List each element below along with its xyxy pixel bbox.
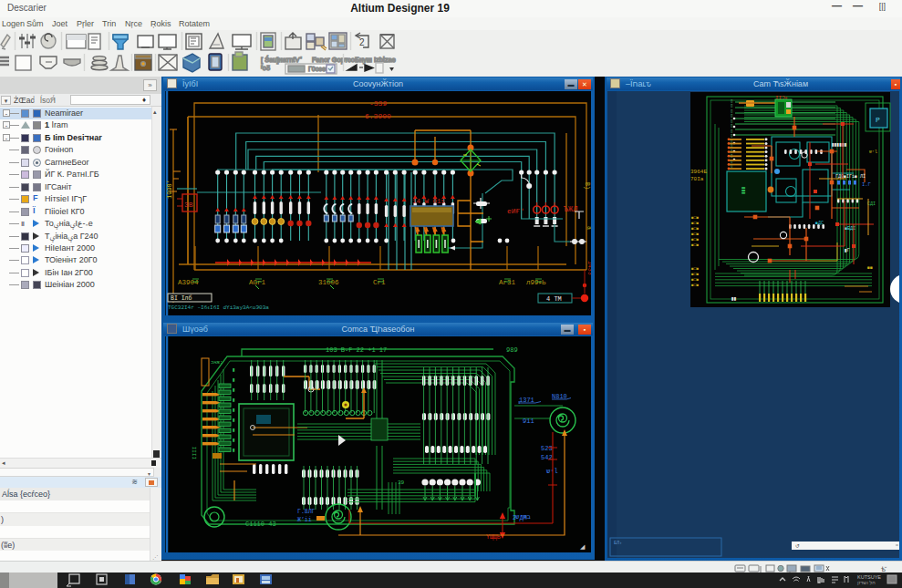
svg-text:■□■: ■□■ bbox=[691, 232, 699, 236]
svg-text:AGг1: AGг1 bbox=[249, 279, 266, 286]
svg-text:▯: ▯ bbox=[731, 133, 732, 138]
svg-text:1433: 1433 bbox=[586, 261, 591, 275]
svg-text:2 ДМ: 2 ДМ bbox=[513, 515, 527, 521]
svg-text:Ж׳іі: Ж׳іі bbox=[297, 516, 312, 523]
svg-text:▯: ▯ bbox=[731, 103, 732, 108]
svg-text:ישӏ: ישӏ bbox=[869, 150, 877, 155]
svg-text:▮: ▮ bbox=[233, 448, 235, 453]
svg-text:Г.8ЛГ: Г.8ЛГ bbox=[297, 509, 316, 515]
svg-text:▮: ▮ bbox=[233, 407, 235, 413]
svg-text:▮: ▮ bbox=[233, 418, 235, 423]
svg-text:ЪЖЛ: ЪЖЛ bbox=[564, 205, 577, 214]
svg-text:Ӏ.Г: Ӏ.Г bbox=[862, 181, 871, 188]
svg-text:▯: ▯ bbox=[731, 113, 732, 118]
svg-text:▯: ▯ bbox=[731, 123, 732, 128]
svg-text:31б06: 31б06 bbox=[318, 279, 339, 286]
svg-text:70Ӏа: 70Ӏа bbox=[690, 176, 704, 182]
svg-text:▮: ▮ bbox=[233, 428, 235, 433]
svg-text:■□■: ■□■ bbox=[691, 272, 699, 276]
svg-text:3964Б: 3964Б bbox=[690, 169, 707, 175]
svg-text:▮▮▮: ▮▮▮ bbox=[741, 187, 746, 195]
svg-text:Aг31: Aг31 bbox=[499, 279, 516, 286]
svg-text:542: 542 bbox=[541, 454, 553, 461]
svg-text:▮Г: ▮Г bbox=[845, 248, 850, 253]
svg-text:B): B) bbox=[584, 182, 590, 190]
svg-text:■□■: ■□■ bbox=[691, 215, 699, 220]
svg-text:■□■: ■□■ bbox=[691, 226, 699, 231]
svg-text:■□■: ■□■ bbox=[691, 242, 699, 247]
svg-text:ישӏ: ישӏ bbox=[546, 468, 558, 475]
svg-text:БЛ›: БЛ› bbox=[614, 541, 622, 546]
svg-text:ТGСЗ2Ӏ4ѓ –ӀбءӀбӀ dҮіЗауЗА<оЭ0З: ТGСЗ2Ӏ4ѓ –ӀбءӀбӀ dҮіЗауЗА<оЭ0За bbox=[168, 304, 269, 311]
svg-text:▮▮▮▮▮▮: ▮▮▮▮▮▮ bbox=[832, 142, 847, 148]
svg-text:14 W 01s: 14 W 01s bbox=[412, 198, 445, 205]
svg-text:2: 2 bbox=[359, 37, 365, 47]
svg-text:■□■: ■□■ bbox=[691, 277, 699, 282]
svg-text:▮: ▮ bbox=[233, 377, 235, 383]
svg-text:[ Śau]натntѴʹ: [ Śau]натntѴʹ bbox=[261, 56, 302, 64]
svg-text:989: 989 bbox=[506, 346, 518, 354]
svg-text:eИҒʹ: eИҒʹ bbox=[507, 207, 524, 215]
svg-text:▮: ▮ bbox=[233, 397, 235, 403]
svg-text:■ДС: ■ДС bbox=[815, 221, 824, 226]
svg-text:4 ТМ: 4 ТМ bbox=[546, 295, 562, 303]
svg-text:■□■: ■□■ bbox=[691, 283, 699, 287]
svg-text:A3904: A3904 bbox=[178, 279, 199, 286]
svg-text:▮: ▮ bbox=[233, 438, 235, 443]
svg-text:■□■: ■□■ bbox=[691, 237, 699, 242]
svg-text:◢: ◢ bbox=[580, 543, 586, 550]
svg-text:■□■: ■□■ bbox=[691, 221, 699, 225]
svg-text:הל ושדזן: הל ושדזן bbox=[857, 580, 876, 585]
svg-text:▮: ▮ bbox=[233, 367, 235, 373]
svg-text:Cг1: Cг1 bbox=[373, 279, 386, 286]
svg-text:C1110 43: C1110 43 bbox=[245, 521, 276, 528]
svg-text:6.3900: 6.3900 bbox=[365, 112, 391, 120]
svg-text:▮: ▮ bbox=[233, 387, 235, 393]
svg-text:ʳoδ: ʳoδ bbox=[261, 64, 270, 72]
svg-text:■□■: ■□■ bbox=[691, 266, 699, 271]
svg-text:103 B-F 22 +1 17: 103 B-F 22 +1 17 bbox=[326, 346, 387, 354]
svg-text:523: 523 bbox=[541, 445, 553, 452]
svg-text:39: 39 bbox=[398, 480, 405, 486]
svg-text:1998ʹ: 1998ʹ bbox=[166, 180, 173, 199]
svg-text:BӀ Ӏлб: BӀ Ӏлб bbox=[171, 294, 192, 302]
svg-text:■■: ■■ bbox=[867, 265, 873, 271]
svg-text:P: P bbox=[876, 116, 880, 124]
svg-text:↺: ↺ bbox=[795, 543, 800, 549]
svg-text:ӀӀӀӀ: ӀӀӀӀ bbox=[192, 447, 198, 459]
svg-text:a: a bbox=[586, 226, 591, 230]
svg-text:лء99Ь: лء99Ь bbox=[526, 279, 546, 286]
svg-text:-339­: -339­ bbox=[369, 99, 387, 108]
svg-text:▮▮: ▮▮ bbox=[731, 296, 737, 302]
svg-text:3B: 3B bbox=[184, 201, 193, 209]
svg-text:911: 911 bbox=[523, 418, 534, 425]
